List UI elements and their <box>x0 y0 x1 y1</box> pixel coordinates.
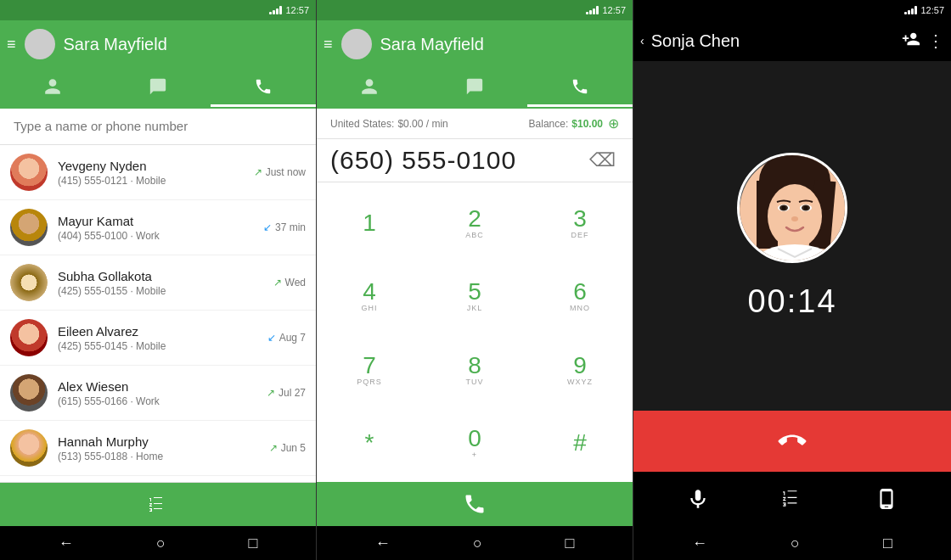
status-bar-1: 12:57 <box>0 0 316 20</box>
signal-icon-2 <box>586 4 599 16</box>
add-to-call-icon[interactable] <box>902 30 920 53</box>
contact-info-5: Hannah Murphy (513) 555-0188 · Home <box>58 434 269 462</box>
status-bar-2: 12:57 <box>317 0 633 20</box>
key-1[interactable]: 1 <box>317 186 422 259</box>
contact-info-0: Yevgeny Nyden (415) 555-0121 · Mobile <box>58 159 254 187</box>
contact-time-2: ↗ Wed <box>273 277 306 288</box>
contact-item-5[interactable]: Hannah Murphy (513) 555-0188 · Home ↗ Ju… <box>0 421 316 476</box>
key-8[interactable]: 8TUV <box>422 333 527 406</box>
balance-label: Balance: <box>529 118 569 130</box>
app-header-2: ≡ Sara Mayfield <box>317 20 633 68</box>
overflow-menu-icon[interactable]: ⋮ <box>927 31 944 51</box>
recent-button-1[interactable]: □ <box>248 535 257 552</box>
app-header-1: ≡ Sara Mayfield <box>0 20 316 68</box>
tab-bar-1 <box>0 68 316 109</box>
call-body: 00:14 <box>633 61 951 411</box>
arrow-icon-1: ↙ <box>263 221 272 233</box>
bottom-nav-1 <box>0 482 316 526</box>
caller-photo <box>737 153 847 263</box>
call-actions <box>633 472 951 526</box>
dialer-number-display: (650) 555-0100 <box>330 146 586 175</box>
contact-time-0: ↗ Just now <box>254 166 306 178</box>
contact-name-4: Alex Wiesen <box>58 379 267 394</box>
tab-messages-1[interactable] <box>105 68 211 107</box>
end-call-button[interactable] <box>633 411 951 472</box>
avatar-alex <box>10 374 48 412</box>
back-button-1[interactable]: ← <box>59 535 74 552</box>
arrow-icon-5: ↗ <box>269 442 278 454</box>
contact-phone-5: (513) 555-0188 · Home <box>58 451 269 462</box>
speaker-button[interactable] <box>875 488 898 510</box>
contact-phone-1: (404) 555-0100 · Work <box>58 230 263 242</box>
home-button-2[interactable]: ○ <box>473 535 482 552</box>
tab-contacts-2[interactable] <box>317 68 422 107</box>
status-time-3: 12:57 <box>920 5 944 15</box>
menu-icon-1[interactable]: ≡ <box>7 36 16 53</box>
avatar-eileen <box>10 319 48 356</box>
contact-time-4: ↗ Jul 27 <box>267 387 306 399</box>
menu-icon-2[interactable]: ≡ <box>324 36 333 53</box>
contact-phone-4: (615) 555-0166 · Work <box>58 395 267 407</box>
home-button-3[interactable]: ○ <box>791 535 800 552</box>
contact-name-0: Yevgeny Nyden <box>58 159 254 173</box>
open-dialpad-button[interactable] <box>0 483 316 527</box>
back-button-3[interactable]: ← <box>692 535 707 552</box>
search-bar <box>0 109 316 145</box>
contact-phone-2: (425) 555-0155 · Mobile <box>58 285 273 297</box>
contact-info-2: Subha Gollakota (425) 555-0155 · Mobile <box>58 269 273 297</box>
tab-calls-2[interactable] <box>527 68 633 107</box>
key-2[interactable]: 2ABC <box>422 186 527 259</box>
status-time-2: 12:57 <box>602 5 626 15</box>
avatar-sara-2 <box>341 29 372 59</box>
key-star[interactable]: * <box>317 406 422 479</box>
dialpad-button-call[interactable] <box>781 488 803 510</box>
tab-contacts-1[interactable] <box>0 68 105 107</box>
add-balance-button[interactable]: ⊕ <box>608 115 619 132</box>
recent-button-3[interactable]: □ <box>883 535 892 552</box>
key-9[interactable]: 9WXYZ <box>527 333 633 406</box>
key-3[interactable]: 3DEF <box>527 186 633 259</box>
tab-messages-2[interactable] <box>422 68 527 107</box>
contact-item-0[interactable]: Yevgeny Nyden (415) 555-0121 · Mobile ↗ … <box>0 145 316 200</box>
panel-dialer: 12:57 ≡ Sara Mayfield United States: $0.… <box>317 0 633 560</box>
contact-name-3: Eileen Alvarez <box>58 324 267 339</box>
contact-name-5: Hannah Murphy <box>58 434 269 449</box>
contact-item-4[interactable]: Alex Wiesen (615) 555-0166 · Work ↗ Jul … <box>0 366 316 421</box>
contact-phone-3: (425) 555-0145 · Mobile <box>58 340 267 352</box>
call-button[interactable] <box>317 482 633 526</box>
key-5[interactable]: 5JKL <box>422 259 527 332</box>
back-button-2[interactable]: ← <box>375 535 391 552</box>
avatar-mayur <box>10 209 48 246</box>
back-button-call[interactable]: ‹ <box>640 34 644 48</box>
tab-calls-1[interactable] <box>211 68 316 107</box>
home-button-1[interactable]: ○ <box>156 535 166 552</box>
user-name-1: Sara Mayfield <box>64 35 309 54</box>
recent-button-2[interactable]: □ <box>565 535 574 552</box>
key-7[interactable]: 7PQRS <box>317 333 422 406</box>
user-name-2: Sara Mayfield <box>380 35 626 54</box>
dialer-info: United States: $0.00 / min Balance: $10.… <box>317 109 633 139</box>
call-top-bar: ‹ Sonja Chen ⋮ <box>633 20 951 61</box>
contact-time-1: ↙ 37 min <box>263 221 306 233</box>
dialpad-grid: 1 2ABC 3DEF 4GHI 5JKL 6MNO 7PQRS 8TUV 9W… <box>317 182 633 482</box>
mute-button[interactable] <box>687 488 709 510</box>
key-4[interactable]: 4GHI <box>317 259 422 332</box>
avatar-sara-1 <box>25 29 55 59</box>
contact-phone-0: (415) 555-0121 · Mobile <box>58 175 254 187</box>
key-0[interactable]: 0+ <box>422 406 527 479</box>
contact-item-2[interactable]: Subha Gollakota (425) 555-0155 · Mobile … <box>0 255 316 311</box>
contact-time-5: ↗ Jun 5 <box>269 442 306 454</box>
key-6[interactable]: 6MNO <box>527 259 633 332</box>
svg-point-11 <box>791 216 798 221</box>
contact-item-1[interactable]: Mayur Kamat (404) 555-0100 · Work ↙ 37 m… <box>0 200 316 255</box>
contact-name-2: Subha Gollakota <box>58 269 273 283</box>
search-input[interactable] <box>14 119 302 133</box>
key-hash[interactable]: # <box>527 406 633 479</box>
caller-name: Sonja Chen <box>651 31 892 51</box>
contact-info-3: Eileen Alvarez (425) 555-0145 · Mobile <box>58 324 267 352</box>
backspace-button[interactable]: ⌫ <box>586 146 619 175</box>
contact-item-3[interactable]: Eileen Alvarez (425) 555-0145 · Mobile ↙… <box>0 311 316 366</box>
android-nav-2: ← ○ □ <box>317 526 633 560</box>
status-time-1: 12:57 <box>285 5 309 15</box>
call-timer: 00:14 <box>747 283 836 320</box>
